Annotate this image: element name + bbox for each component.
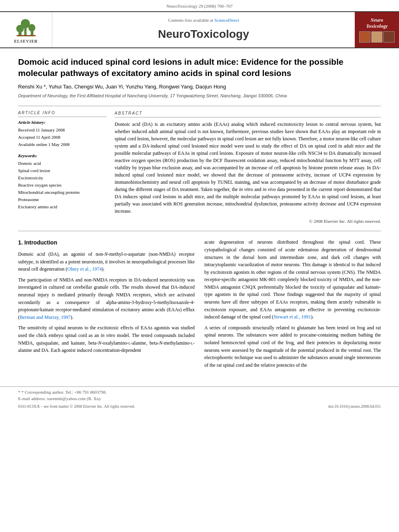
elsevier-logo-area: ELSEVIER	[0, 12, 52, 48]
abstract-header: Abstract	[115, 110, 381, 117]
citation-text: NeuroToxicology 29 (2008) 700–707	[167, 4, 233, 8]
accepted-date: Accepted 11 April 2008	[18, 134, 107, 141]
doi-text: doi:10.1016/j.neuro.2008.04.011	[328, 404, 381, 410]
affiliation: Department of Neurology, the First Affil…	[18, 93, 381, 99]
ref-stewart-link[interactable]: Stewart et al., 1991	[274, 314, 311, 320]
right-para-1: acute degeneration of neurons distribute…	[204, 238, 381, 321]
logo-bottom-text: Toxicology	[359, 23, 395, 30]
intro-para-3: The sensitivity of spinal neurons to the…	[18, 324, 195, 354]
received-date: Received 11 January 2008	[18, 127, 107, 134]
logo-img-1	[359, 31, 370, 43]
article-info: Article Info Article history: Received 1…	[18, 110, 107, 225]
article-info-header: Article Info	[18, 110, 107, 117]
issn-notice: 0161-813X/$ – see front matter © 2008 El…	[18, 404, 135, 410]
authors: Renshi Xu *, Yuhui Tao, Chengsi Wu, Juan…	[18, 83, 381, 91]
body-section: 1. Introduction Domoic acid (DA), an ago…	[18, 238, 381, 372]
authors-text: Renshi Xu *, Yuhui Tao, Chengsi Wu, Juan…	[18, 84, 226, 90]
logo-img-2	[371, 31, 383, 43]
sciencedirect-link[interactable]: ScienceDirect	[214, 18, 239, 23]
journal-citation: NeuroToxicology 29 (2008) 700–707	[0, 0, 399, 11]
keyword-7: Excitatory amino acid	[18, 204, 107, 210]
keyword-3: Excitotoxicity	[18, 175, 107, 181]
keyword-1: Domoic acid	[18, 160, 107, 167]
keywords-section: Keywords: Domoic acid Spinal cord lesion…	[18, 153, 107, 210]
journal-logo-area: Neuro Toxicology	[355, 12, 399, 48]
keywords-label: Keywords:	[18, 153, 107, 159]
available-date: Available online 1 May 2008	[18, 142, 107, 148]
logo-img-3	[383, 31, 395, 43]
body-columns: 1. Introduction Domoic acid (DA), an ago…	[18, 238, 381, 372]
footer-bottom: 0161-813X/$ – see front matter © 2008 El…	[18, 404, 381, 410]
email-address: xurenshi@yahoo.com (R. Xu).	[47, 396, 101, 401]
info-abstract-area: Article Info Article history: Received 1…	[18, 110, 381, 225]
body-col-left: 1. Introduction Domoic acid (DA), an ago…	[18, 238, 195, 372]
sciencedirect-notice: Contents lists available at ScienceDirec…	[168, 17, 239, 24]
article-title: Domoic acid induced spinal cord lesions …	[18, 56, 381, 78]
journal-logo: Neuro Toxicology	[359, 17, 395, 43]
email-label: E-mail address:	[18, 396, 46, 401]
logo-images	[359, 31, 395, 43]
article-history-section: Article Info Article history: Received 1…	[18, 110, 107, 148]
divider-1	[18, 106, 381, 106]
elsevier-logo: ELSEVIER	[14, 15, 38, 45]
keyword-2: Spinal cord lesion	[18, 168, 107, 174]
abstract-text: Domoic acid (DA) is an excitatory amino …	[115, 121, 381, 215]
right-para-2: A series of compounds structurally relat…	[204, 324, 381, 369]
abstract-section: Abstract Domoic acid (DA) is an excitato…	[115, 110, 381, 225]
journal-title-area: Contents lists available at ScienceDirec…	[52, 12, 355, 48]
footer: * * Corresponding author. Tel.: +86 791 …	[0, 386, 399, 412]
keyword-5: Mitochondrial uncoupling proteins	[18, 189, 107, 196]
corresponding-author-note: * * Corresponding author. Tel.: +86 791 …	[18, 389, 381, 396]
history-label: Article history:	[18, 119, 107, 126]
elsevier-tree-icon	[14, 15, 38, 37]
copyright-notice: © 2008 Elsevier Inc. All rights reserved…	[115, 218, 381, 225]
page: NeuroToxicology 29 (2008) 700–707 ELSEVI…	[0, 0, 399, 532]
intro-heading: 1. Introduction	[18, 238, 195, 247]
corresponding-note-text: * Corresponding author. Tel.: +86 791 86…	[21, 390, 107, 394]
journal-title: NeuroToxicology	[158, 26, 249, 43]
svg-point-5	[28, 24, 35, 32]
ref-berman-link[interactable]: Berman and Murray, 1997	[20, 314, 71, 320]
keyword-6: Proteasome	[18, 197, 107, 203]
main-content: Domoic acid induced spinal cord lesions …	[0, 48, 399, 380]
elsevier-wordmark: ELSEVIER	[14, 39, 38, 45]
logo-top-text: Neuro	[359, 17, 395, 24]
ref-olney-link[interactable]: Olney et al., 1974	[67, 266, 102, 272]
keyword-4: Reactive oxygen species	[18, 182, 107, 189]
email-line: E-mail address: xurenshi@yahoo.com (R. X…	[18, 396, 381, 402]
svg-rect-6	[16, 35, 35, 36]
intro-para-1: Domoic acid (DA), an agonist of non-N-me…	[18, 251, 195, 273]
star-symbol: *	[18, 390, 21, 394]
body-col-right: acute degeneration of neurons distribute…	[204, 238, 381, 372]
divider-2	[18, 231, 381, 231]
journal-banner: ELSEVIER Contents lists available at Sci…	[0, 11, 399, 49]
intro-para-2: The participation of NMDA and non-NMDA r…	[18, 276, 195, 321]
